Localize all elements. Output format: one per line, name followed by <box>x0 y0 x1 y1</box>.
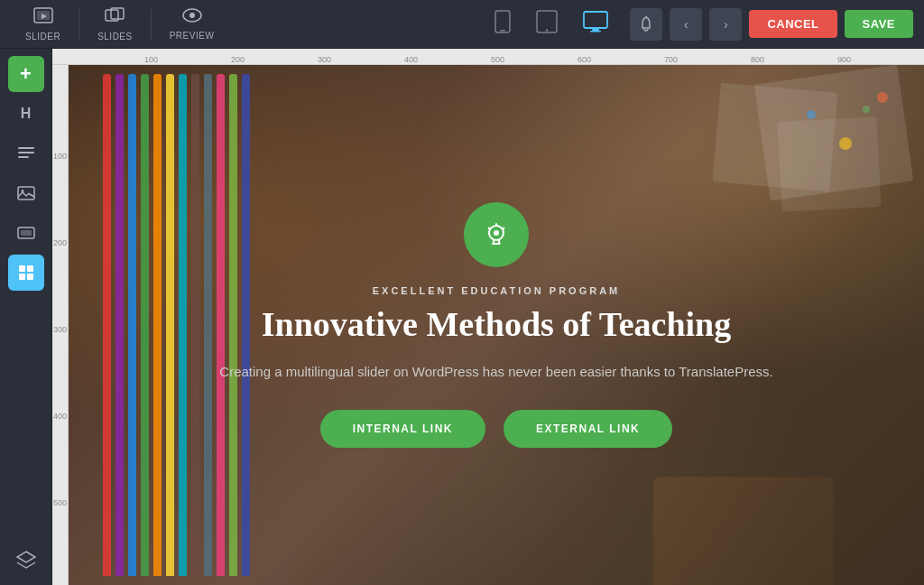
preview-label: PREVIEW <box>170 31 215 41</box>
text-tool[interactable] <box>8 135 44 172</box>
svg-rect-16 <box>18 152 34 153</box>
icon-circle <box>464 202 529 267</box>
hand-decoration <box>653 477 834 585</box>
slide-content: EXCELLENT EDUCATION PROGRAM Innovative M… <box>165 202 827 448</box>
svg-rect-17 <box>18 156 29 158</box>
slider-tool[interactable]: SLIDER <box>11 4 75 45</box>
slides-tool[interactable]: SLIDES <box>83 4 147 45</box>
next-button[interactable]: › <box>709 8 742 41</box>
image-tool[interactable] <box>8 175 44 211</box>
svg-rect-21 <box>21 230 32 236</box>
main-area: + H <box>0 49 924 585</box>
notifications-button[interactable] <box>630 8 662 41</box>
slide-background: EXCELLENT EDUCATION PROGRAM Innovative M… <box>69 65 924 585</box>
svg-point-27 <box>494 230 499 236</box>
slide-buttons: INTERNAL LINK EXTERNAL LINK <box>219 410 772 448</box>
device-icons <box>491 6 612 42</box>
svg-rect-13 <box>590 31 601 32</box>
svg-rect-11 <box>584 12 607 28</box>
canvas-area: 100200300400500600700800900 100200300400… <box>52 49 924 585</box>
prev-button[interactable]: ‹ <box>670 8 702 41</box>
ruler-horizontal: 100200300400500600700800900 <box>52 49 924 65</box>
slide-title: Innovative Methods of Teaching <box>219 305 772 345</box>
toolbar-right: ‹ › CANCEL SAVE <box>630 8 913 41</box>
svg-rect-12 <box>592 29 599 31</box>
tablet-icon[interactable] <box>532 6 561 42</box>
svg-point-6 <box>189 13 195 18</box>
ruler-marks: 100200300400500600700800900 <box>144 55 924 64</box>
ruler-vertical: 100200300400500 <box>52 65 69 585</box>
toolbar: SLIDER SLIDES PREVIEW <box>0 0 924 49</box>
svg-rect-15 <box>18 147 34 149</box>
add-block-button[interactable]: + <box>8 56 44 92</box>
slide-description: Creating a multilingual slider on WordPr… <box>219 361 772 383</box>
canvas-content[interactable]: EXCELLENT EDUCATION PROGRAM Innovative M… <box>69 65 924 585</box>
toolbar-left: SLIDER SLIDES PREVIEW <box>11 4 228 45</box>
desktop-icon[interactable] <box>579 7 612 42</box>
widget-tool[interactable] <box>8 215 44 251</box>
internal-link-button[interactable]: INTERNAL LINK <box>320 410 485 448</box>
toolbar-sep-1 <box>79 8 79 41</box>
layers-button[interactable] <box>8 542 44 578</box>
svg-rect-14 <box>645 16 647 18</box>
save-button[interactable]: SAVE <box>845 10 913 38</box>
slider-icon <box>33 7 53 28</box>
slider-label: SLIDER <box>25 32 60 42</box>
external-link-button[interactable]: EXTERNAL LINK <box>504 410 672 448</box>
sidebar: + H <box>0 49 52 585</box>
eye-icon <box>182 8 202 27</box>
toolbar-sep-2 <box>151 8 152 41</box>
svg-rect-7 <box>495 11 510 32</box>
svg-point-10 <box>546 29 548 31</box>
slide-subtitle: EXCELLENT EDUCATION PROGRAM <box>219 285 772 296</box>
slides-label: SLIDES <box>97 32 133 42</box>
svg-rect-25 <box>27 274 33 280</box>
slides-icon <box>105 7 125 28</box>
svg-rect-18 <box>18 187 34 200</box>
cancel-button[interactable]: CANCEL <box>749 10 836 38</box>
layout-tool[interactable] <box>8 255 44 291</box>
preview-tool[interactable]: PREVIEW <box>155 5 229 44</box>
svg-rect-24 <box>19 274 25 280</box>
svg-rect-8 <box>500 30 505 32</box>
svg-rect-23 <box>27 265 33 272</box>
mobile-icon[interactable] <box>491 6 514 42</box>
canvas-wrapper: 100200300400500 <box>52 65 924 585</box>
heading-tool[interactable]: H <box>8 96 44 132</box>
svg-rect-22 <box>19 265 25 272</box>
